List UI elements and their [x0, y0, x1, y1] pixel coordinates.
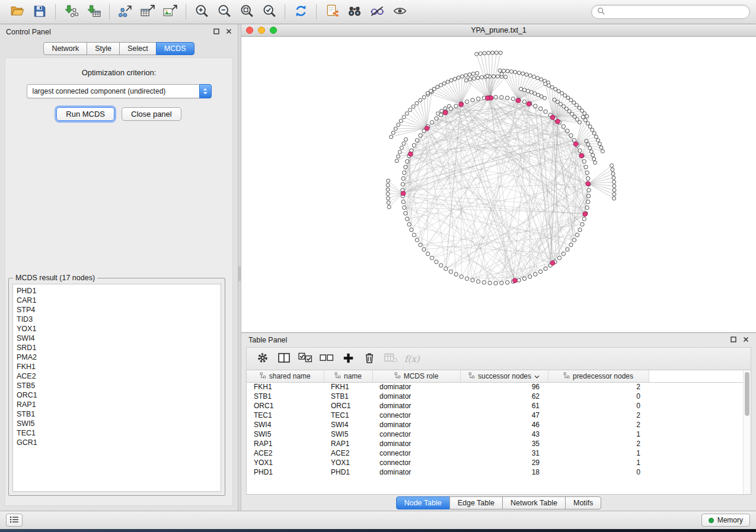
right-column: YPA_prune.txt_1 Table Panel [241, 24, 756, 511]
mcds-result-item[interactable]: PHD1 [13, 286, 221, 296]
floppy-disk-icon [34, 5, 46, 19]
network-graph[interactable] [241, 37, 756, 332]
delete-column-button[interactable] [359, 350, 379, 368]
export-network-icon [118, 5, 132, 20]
mcds-result-item[interactable]: PMA2 [13, 352, 221, 362]
tab-motifs[interactable]: Motifs [565, 496, 601, 509]
float-table-panel-icon[interactable] [731, 336, 736, 344]
table-row[interactable]: TEC1TEC1connector472 [247, 411, 743, 420]
close-table-panel-icon[interactable] [743, 336, 749, 344]
refresh-button[interactable] [289, 2, 312, 21]
column-header-predecessor-nodes[interactable]: predecessor nodes [548, 370, 649, 382]
unchecked-boxes-icon [320, 354, 334, 364]
share-document-button[interactable] [321, 2, 343, 21]
mcds-result-title: MCDS result (17 nodes) [13, 274, 97, 282]
table-row[interactable]: ORC1ORC1dominator610 [247, 401, 743, 411]
network-canvas[interactable] [241, 37, 756, 332]
zoom-out-button[interactable] [213, 2, 235, 21]
mcds-result-item[interactable]: CAR1 [13, 296, 221, 305]
splitter-handle-icon[interactable] [238, 266, 241, 281]
global-search-box[interactable] [591, 5, 750, 19]
search-input[interactable] [608, 8, 744, 16]
export-image-button[interactable] [159, 2, 181, 21]
zoom-fit-button[interactable] [235, 2, 258, 21]
share-document-icon [326, 4, 339, 20]
tab-select[interactable]: Select [119, 42, 157, 55]
close-panel-icon[interactable] [226, 28, 232, 36]
zoom-selected-button[interactable] [258, 2, 280, 21]
table-row[interactable]: YOX1YOX1connector291 [247, 458, 743, 467]
table-row[interactable]: FKH1FKH1dominator962 [247, 382, 743, 392]
status-bar: Memory [0, 511, 756, 529]
deselect-all-button[interactable] [317, 350, 337, 368]
criterion-dropdown[interactable]: largest connected component (undirected) [27, 84, 212, 98]
tab-node-table[interactable]: Node Table [396, 496, 450, 509]
mcds-result-item[interactable]: TID3 [13, 315, 221, 324]
import-network-button[interactable] [60, 2, 82, 21]
tab-edge-table[interactable]: Edge Table [449, 496, 503, 509]
mcds-result-item[interactable]: GCR1 [13, 438, 221, 447]
close-panel-button[interactable]: Close panel [122, 107, 181, 121]
sort-icon [260, 372, 266, 380]
column-header-shared-name[interactable]: shared name [247, 370, 324, 382]
import-table-button[interactable] [82, 2, 105, 21]
window-close-icon[interactable] [246, 27, 253, 34]
sort-icon [334, 372, 341, 380]
sort-icon [394, 372, 401, 380]
mcds-result-item[interactable]: ORC1 [13, 390, 221, 400]
tab-style[interactable]: Style [87, 42, 120, 55]
tab-mcds[interactable]: MCDS [156, 42, 194, 55]
task-history-button[interactable] [6, 514, 23, 527]
table-row[interactable]: STB1STB1dominator620 [247, 392, 743, 401]
mcds-result-item[interactable]: YOX1 [13, 324, 221, 334]
memory-button[interactable]: Memory [701, 514, 750, 527]
table-row[interactable]: SWI4SWI4dominator462 [247, 420, 743, 430]
table-row[interactable]: ACE2ACE2connector311 [247, 448, 743, 458]
mcds-result-item[interactable]: ACE2 [13, 371, 221, 381]
network-window: YPA_prune.txt_1 [241, 24, 756, 333]
table-row[interactable]: SWI5SWI5connector431 [247, 430, 743, 439]
dropdown-stepper-icon [199, 84, 212, 98]
select-all-button[interactable] [295, 350, 315, 368]
table-row[interactable]: RAP1RAP1dominator352 [247, 439, 743, 448]
plus-icon [343, 352, 354, 366]
chevron-down-icon[interactable] [534, 372, 540, 380]
save-session-button[interactable] [28, 2, 51, 21]
run-mcds-button[interactable]: Run MCDS [56, 107, 114, 121]
tab-network-table[interactable]: Network Table [502, 496, 566, 509]
open-file-button[interactable] [6, 2, 28, 21]
table-row[interactable]: PHD1PHD1dominator180 [247, 467, 743, 477]
tab-network[interactable]: Network [43, 42, 87, 55]
table-scrollbar[interactable] [743, 370, 751, 494]
network-window-titlebar[interactable]: YPA_prune.txt_1 [241, 24, 756, 37]
mcds-result-item[interactable]: STB5 [13, 381, 221, 390]
mcds-result-item[interactable]: STP4 [13, 305, 221, 315]
mcds-result-item[interactable]: STB1 [13, 409, 221, 419]
mcds-result-item[interactable]: SWI4 [13, 334, 221, 343]
column-header-mcds-role[interactable]: MCDS role [372, 370, 460, 382]
float-panel-icon[interactable] [213, 28, 219, 36]
hide-glasses-button[interactable] [366, 2, 388, 21]
binoculars-search-button[interactable] [343, 2, 366, 21]
mcds-result-item[interactable]: SWI5 [13, 419, 221, 428]
mcds-result-item[interactable]: RAP1 [13, 400, 221, 409]
mcds-result-item[interactable]: FKH1 [13, 362, 221, 371]
export-network-button[interactable] [114, 2, 136, 21]
binoculars-icon [347, 5, 362, 18]
add-column-button[interactable] [338, 350, 358, 368]
window-zoom-icon[interactable] [270, 27, 277, 34]
table-panel-header: Table Panel [241, 333, 756, 347]
mcds-result-list[interactable]: PHD1CAR1STP4TID3YOX1SWI4SRD1PMA2FKH1ACE2… [12, 284, 221, 492]
column-header-name[interactable]: name [324, 370, 372, 382]
window-minimize-icon[interactable] [258, 27, 265, 34]
column-header-successor-nodes[interactable]: successor nodes [460, 370, 548, 382]
mcds-result-item[interactable]: TEC1 [13, 428, 221, 438]
zoom-in-button[interactable] [190, 2, 213, 21]
show-eye-button[interactable] [388, 2, 411, 21]
table-settings-button[interactable] [253, 350, 273, 368]
search-icon [597, 7, 605, 17]
export-table-button[interactable] [136, 2, 159, 21]
scrollbar-thumb[interactable] [745, 372, 749, 416]
show-columns-button[interactable] [274, 350, 294, 368]
mcds-result-item[interactable]: SRD1 [13, 343, 221, 352]
